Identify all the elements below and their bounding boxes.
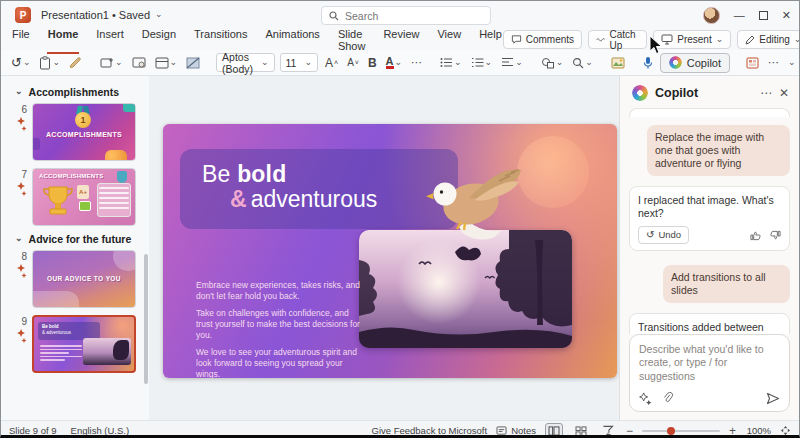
ribbon-copilot-button[interactable]: Copilot — [660, 53, 730, 73]
slide-photo[interactable] — [359, 230, 572, 348]
close-pane-icon[interactable]: ✕ — [779, 86, 789, 100]
search-input[interactable] — [345, 10, 465, 22]
menu-transitions[interactable]: Transitions — [193, 26, 248, 54]
increase-font-button[interactable]: A˄ — [323, 55, 340, 71]
zoom-slider[interactable] — [642, 430, 720, 432]
decrease-font-button[interactable]: A˅ — [345, 56, 361, 69]
chevron-down-icon[interactable] — [454, 57, 462, 69]
zoom-level[interactable]: 100% — [745, 425, 771, 436]
chevron-down-icon[interactable] — [170, 57, 178, 69]
editing-mode-button[interactable]: Editing — [737, 30, 800, 49]
powerpoint-app-icon[interactable]: P — [15, 7, 31, 23]
chevron-down-icon[interactable] — [15, 233, 23, 245]
align-button[interactable] — [499, 56, 525, 70]
send-icon[interactable] — [766, 392, 780, 405]
feedback-link[interactable]: Give Feedback to Microsoft — [372, 425, 488, 436]
chevron-down-icon[interactable] — [515, 57, 523, 69]
slide-body-text[interactable]: Embrace new experiences, takes risks, an… — [196, 280, 361, 378]
chevron-down-icon[interactable] — [716, 34, 724, 45]
prompt-ideas-icon[interactable] — [639, 392, 652, 405]
slide-6-thumbnail[interactable]: 1 ACCOMPLISHMENTS — [32, 103, 136, 161]
menu-animations[interactable]: Animations — [264, 26, 320, 54]
slide-indicator[interactable]: Slide 9 of 9 — [9, 425, 57, 436]
more-ribbon-button[interactable]: ⋯ — [766, 55, 781, 70]
menu-view[interactable]: View — [436, 26, 462, 54]
slideshow-view-button[interactable] — [599, 423, 617, 438]
menu-help[interactable]: Help — [478, 26, 503, 54]
fit-to-window-icon[interactable] — [780, 425, 791, 436]
notes-icon — [496, 426, 507, 436]
zoom-out-button[interactable]: − — [626, 424, 633, 438]
menu-review[interactable]: Review — [382, 26, 420, 54]
zoom-in-button[interactable]: + — [729, 424, 736, 438]
paste-button[interactable] — [37, 55, 62, 71]
new-slide-button[interactable] — [98, 56, 125, 70]
chevron-down-icon[interactable] — [115, 57, 123, 69]
designer-sparkle-icon[interactable] — [7, 264, 27, 278]
designer-sparkle-icon[interactable] — [7, 117, 27, 131]
slide-7-thumbnail[interactable]: ACCOMPLISHMENTS A+ — [32, 168, 136, 226]
chevron-down-icon[interactable] — [485, 57, 493, 69]
comments-button[interactable]: Comments — [503, 30, 582, 49]
chevron-down-icon[interactable] — [15, 86, 23, 98]
close-button[interactable]: ✕ — [782, 9, 791, 22]
designer-button[interactable] — [130, 56, 148, 70]
present-button[interactable]: Present — [653, 30, 731, 49]
search-box[interactable] — [321, 6, 491, 25]
designer-sparkle-icon[interactable] — [7, 182, 27, 196]
undo-button[interactable]: ↺ — [9, 54, 32, 71]
slide-sorter-view-button[interactable] — [572, 423, 590, 438]
copilot-prompt-input[interactable]: Describe what you'd like to create, or t… — [629, 334, 790, 413]
chevron-down-icon[interactable] — [556, 57, 564, 69]
menu-home[interactable]: Home — [47, 26, 80, 54]
user-avatar[interactable] — [703, 7, 720, 24]
maximize-button[interactable] — [759, 11, 768, 20]
designer-pane-button[interactable] — [744, 56, 761, 70]
chevron-down-icon[interactable] — [395, 57, 403, 69]
language-indicator[interactable]: English (U.S.) — [71, 425, 130, 436]
thumbs-up-icon[interactable] — [750, 230, 761, 241]
font-color-button[interactable]: A — [384, 55, 405, 70]
slide-8-thumbnail[interactable]: OUR ADVICE TO YOU — [32, 250, 136, 308]
dictate-button[interactable] — [641, 55, 655, 71]
catch-up-button[interactable]: Catch Up — [588, 30, 647, 49]
zoom-slider-thumb[interactable] — [667, 427, 675, 435]
menu-file[interactable]: File — [11, 26, 31, 54]
minimize-button[interactable]: — — [734, 9, 745, 21]
insert-picture-button[interactable] — [609, 56, 627, 70]
thumbs-down-icon[interactable] — [770, 230, 781, 241]
layout-button[interactable] — [153, 56, 180, 70]
chevron-down-icon[interactable] — [23, 57, 31, 69]
slide-9-thumbnail-selected[interactable]: Be bold& adventurous — [32, 315, 136, 373]
section-accomplishments[interactable]: Accomplishments — [15, 86, 149, 98]
slide-6-row: 6 1 ACCOMPLISHMENTS — [7, 103, 149, 161]
chevron-down-icon[interactable] — [52, 57, 60, 69]
copilot-conversation[interactable]: Replace the image with one that goes wit… — [620, 108, 799, 334]
numbered-list-button[interactable] — [469, 56, 495, 70]
find-button[interactable] — [570, 56, 595, 70]
document-title[interactable]: Presentation1 • Saved — [41, 9, 163, 21]
font-size-select[interactable]: 11 — [280, 53, 318, 72]
collapse-ribbon-button[interactable] — [786, 56, 798, 70]
shape-fill-button[interactable] — [184, 56, 202, 70]
undo-button[interactable]: ↺ Undo — [638, 226, 689, 244]
bold-button[interactable]: B — [366, 55, 379, 71]
menu-design[interactable]: Design — [141, 26, 177, 54]
chevron-down-icon[interactable] — [585, 57, 593, 69]
current-slide[interactable]: Be bold &adventurous — [163, 124, 617, 378]
more-font-options-button[interactable]: ⋯ — [409, 55, 424, 70]
attach-icon[interactable] — [662, 392, 674, 405]
search-icon — [329, 11, 339, 21]
designer-sparkle-icon[interactable] — [7, 329, 27, 343]
more-options-icon[interactable]: ⋯ — [760, 86, 772, 100]
normal-view-button[interactable] — [545, 423, 563, 438]
shapes-button[interactable] — [539, 56, 566, 70]
bullet-list-button[interactable] — [438, 56, 464, 70]
thumbnail-scrollbar[interactable] — [144, 254, 148, 384]
font-name-select[interactable]: Aptos (Body) — [216, 53, 274, 72]
format-painter-button[interactable] — [67, 56, 84, 70]
menu-slide-show[interactable]: Slide Show — [337, 26, 367, 54]
section-advice[interactable]: Advice for the future — [15, 233, 149, 245]
menu-insert[interactable]: Insert — [95, 26, 125, 54]
notes-toggle[interactable]: Notes — [496, 425, 536, 436]
